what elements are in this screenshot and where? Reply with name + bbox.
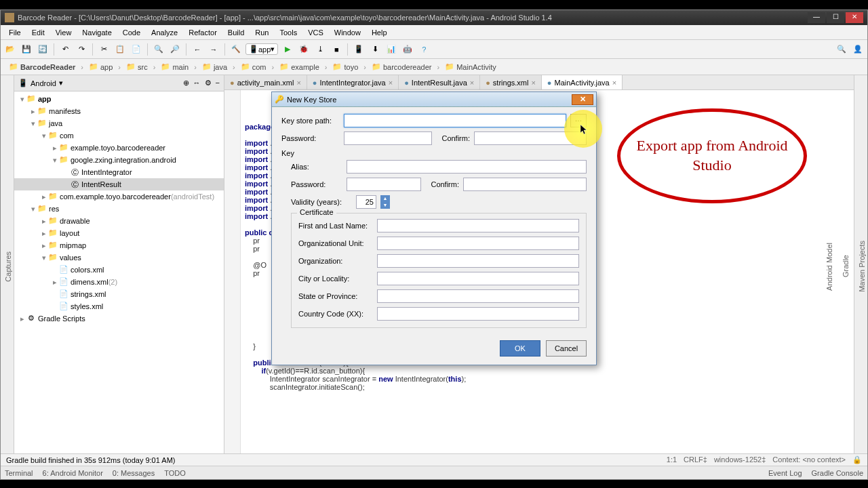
tree-toggle-icon[interactable]: ▸ xyxy=(40,217,48,226)
validity-down-button[interactable]: ▼ xyxy=(380,202,390,209)
breadcrumb-item[interactable]: 📁MainActivity xyxy=(442,61,499,73)
tree-toggle-icon[interactable]: ▸ xyxy=(18,314,26,323)
menu-file[interactable]: File xyxy=(3,27,26,38)
tree-toggle-icon[interactable]: ▸ xyxy=(40,229,48,238)
menu-window[interactable]: Window xyxy=(329,27,366,38)
tree-toggle-icon[interactable]: ▸ xyxy=(40,241,48,250)
tree-item[interactable]: 📄styles.xml xyxy=(14,300,224,312)
bottom-tab[interactable]: Event Log xyxy=(768,469,802,477)
menu-tools[interactable]: Tools xyxy=(274,27,302,38)
tree-item[interactable]: ▸📁manifests xyxy=(14,105,224,117)
validity-input[interactable] xyxy=(356,195,376,209)
tree-item[interactable]: ▸📁com.example.toyo.barcodereader (androi… xyxy=(14,190,224,203)
right-rail-tab[interactable]: Maven Projects xyxy=(856,237,867,296)
find-icon[interactable]: 🔍 xyxy=(152,43,165,56)
bottom-tab[interactable]: Gradle Console xyxy=(812,469,863,477)
tree-toggle-icon[interactable]: ▾ xyxy=(29,205,37,214)
tree-item[interactable]: ▾📁google.zxing.integration.android xyxy=(14,154,224,166)
menu-edit[interactable]: Edit xyxy=(26,27,50,38)
stop-icon[interactable]: ■ xyxy=(330,43,343,56)
keystore-path-input[interactable] xyxy=(344,114,566,127)
tab-close-icon[interactable]: × xyxy=(612,79,616,87)
close-button[interactable]: ✕ xyxy=(846,12,863,23)
paste-icon[interactable]: 📄 xyxy=(130,43,143,56)
tree-item[interactable]: ▾📁java xyxy=(14,117,224,129)
breadcrumb-item[interactable]: 📁main xyxy=(158,61,191,73)
key-confirm-input[interactable] xyxy=(463,178,587,191)
tree-item[interactable]: ▸📁layout xyxy=(14,227,224,239)
bottom-tab[interactable]: TODO xyxy=(164,469,186,477)
tree-item[interactable]: ⒸIntentResult xyxy=(14,178,224,190)
menu-analyze[interactable]: Analyze xyxy=(146,27,183,38)
project-tree[interactable]: ▾📁app▸📁manifests▾📁java▾📁com▸📁example.toy… xyxy=(14,92,224,453)
breadcrumb-item[interactable]: 📁java xyxy=(199,61,230,73)
editor-tab[interactable]: ●IntentResult.java× xyxy=(399,75,480,89)
lock-icon[interactable]: 🔒 xyxy=(852,455,862,464)
help-icon[interactable]: ? xyxy=(417,43,431,56)
attach-icon[interactable]: ⤓ xyxy=(313,43,327,56)
tree-item[interactable]: ▾📁app xyxy=(14,93,224,105)
menu-refactor[interactable]: Refactor xyxy=(183,27,222,38)
breadcrumb-item[interactable]: 📁BarcodeReader xyxy=(6,61,78,73)
tree-item[interactable]: ▸📄dimens.xml (2) xyxy=(14,276,224,288)
breadcrumb-item[interactable]: 📁src xyxy=(123,61,151,73)
tree-item[interactable]: 📄colors.xml xyxy=(14,264,224,276)
maximize-button[interactable]: ☐ xyxy=(827,12,844,23)
breadcrumb-item[interactable]: 📁app xyxy=(86,61,115,73)
redo-icon[interactable]: ↷ xyxy=(75,43,88,56)
monitor-icon[interactable]: 📊 xyxy=(384,43,398,56)
org-unit-input[interactable] xyxy=(377,237,579,250)
back-icon[interactable]: ← xyxy=(191,43,204,56)
run-config-selector[interactable]: 📱 app ▾ xyxy=(245,43,278,55)
tree-item[interactable]: ▸📁mipmap xyxy=(14,239,224,251)
forward-icon[interactable]: → xyxy=(207,43,220,56)
tree-toggle-icon[interactable]: ▾ xyxy=(51,156,59,165)
bottom-tab[interactable]: 6: Android Monitor xyxy=(43,469,103,477)
tree-item[interactable]: ▾📁com xyxy=(14,129,224,142)
tree-item[interactable]: ⒸIntentIntegrator xyxy=(14,166,224,178)
project-view-selector[interactable]: 📱 Android ▾ xyxy=(18,79,63,87)
cut-icon[interactable]: ✂ xyxy=(97,43,111,56)
tree-item[interactable]: ▸📁drawable xyxy=(14,215,224,227)
debug-icon[interactable]: 🐞 xyxy=(297,43,311,56)
tree-toggle-icon[interactable]: ▸ xyxy=(51,144,59,152)
right-rail-tab[interactable]: Android Model xyxy=(824,239,835,295)
scroll-to-icon[interactable]: ⊕ xyxy=(183,79,189,87)
avd-icon[interactable]: 📱 xyxy=(352,43,366,56)
menu-view[interactable]: View xyxy=(50,27,77,38)
menu-navigate[interactable]: Navigate xyxy=(77,27,117,38)
sync-icon[interactable]: 🔄 xyxy=(36,43,50,56)
menu-vcs[interactable]: VCS xyxy=(302,27,329,38)
tree-toggle-icon[interactable]: ▾ xyxy=(29,119,37,128)
tree-toggle-icon[interactable]: ▸ xyxy=(51,278,59,287)
menu-run[interactable]: Run xyxy=(250,27,274,38)
password-input[interactable] xyxy=(344,131,432,145)
city-input[interactable] xyxy=(377,272,579,285)
collapse-icon[interactable]: ↔ xyxy=(193,79,201,87)
state-input[interactable] xyxy=(377,289,579,303)
confirm-password-input[interactable] xyxy=(474,131,587,145)
line-separator[interactable]: CRLF‡ xyxy=(684,455,707,464)
bottom-tab[interactable]: 0: Messages xyxy=(113,469,155,477)
editor-tab[interactable]: ●activity_main.xml× xyxy=(224,75,307,89)
tree-toggle-icon[interactable]: ▾ xyxy=(18,95,26,104)
tree-item[interactable]: ▾📁values xyxy=(14,251,224,264)
menu-code[interactable]: Code xyxy=(117,27,146,38)
editor-tab[interactable]: ●IntentIntegrator.java× xyxy=(307,75,399,89)
open-icon[interactable]: 📂 xyxy=(3,43,17,56)
user-icon[interactable]: 👤 xyxy=(851,43,865,56)
run-icon[interactable]: ▶ xyxy=(281,43,294,56)
breadcrumb-item[interactable]: 📁barcodereader xyxy=(369,61,435,73)
build-icon[interactable]: 🔨 xyxy=(229,43,243,56)
gear-icon[interactable]: ⚙ xyxy=(205,79,212,87)
cancel-button[interactable]: Cancel xyxy=(546,340,587,357)
sdk-icon[interactable]: ⬇ xyxy=(368,43,382,56)
tree-item[interactable]: ▾📁res xyxy=(14,203,224,215)
tree-toggle-icon[interactable]: ▸ xyxy=(29,107,37,116)
hide-icon[interactable]: − xyxy=(216,79,220,87)
editor-tab[interactable]: ●MainActivity.java× xyxy=(542,75,623,89)
dialog-close-button[interactable]: ✕ xyxy=(572,94,593,105)
bottom-tab[interactable]: Terminal xyxy=(5,469,33,477)
tab-close-icon[interactable]: × xyxy=(389,79,393,87)
alias-input[interactable] xyxy=(347,160,587,174)
